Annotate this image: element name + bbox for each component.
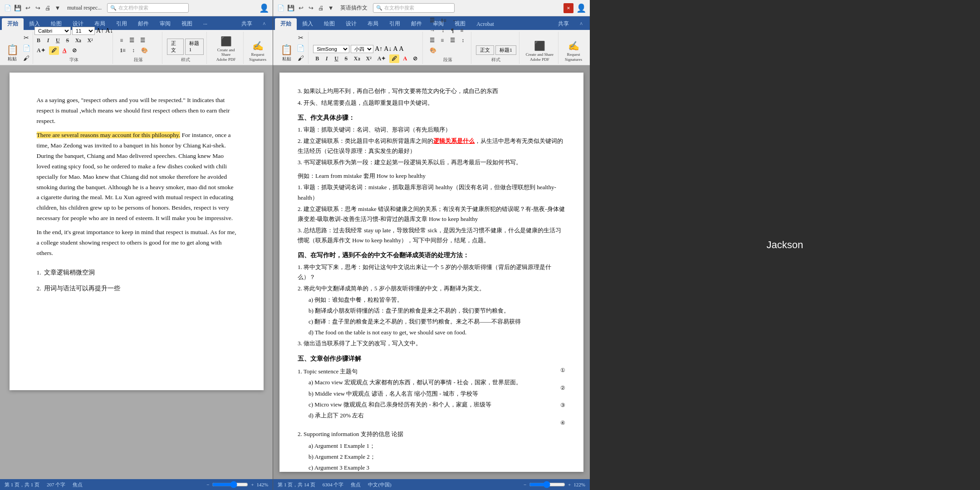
right-style-normal-btn[interactable]: 正文	[476, 45, 494, 55]
right-save-icon[interactable]: 💾	[287, 4, 295, 12]
left-clear-format-btn[interactable]: ⊘	[70, 46, 79, 55]
left-request-sig-btn[interactable]: ✍ RequestSignatures	[247, 39, 268, 63]
right-copy-btn[interactable]: 📄	[296, 44, 305, 53]
print-icon[interactable]: 🖨	[44, 4, 52, 12]
left-tab-share[interactable]: 共享	[236, 18, 258, 30]
left-zoom-slider[interactable]	[212, 481, 248, 488]
right-underline-btn[interactable]: U	[332, 54, 341, 63]
right-user-icon[interactable]: 👤	[576, 3, 586, 13]
right-file-icon[interactable]: 📄	[277, 4, 285, 12]
left-copy-btn[interactable]: 📄	[22, 44, 31, 53]
right-tab-layout[interactable]: 布局	[362, 18, 384, 30]
save-icon[interactable]: 💾	[14, 4, 22, 12]
redo-icon[interactable]: ↪	[34, 4, 42, 12]
right-align-center-btn[interactable]: ☰	[427, 36, 437, 45]
left-tab-mail[interactable]: 邮件	[132, 18, 154, 30]
left-font-color-btn[interactable]: A	[60, 46, 69, 55]
left-shrink-font-btn[interactable]: A↓	[105, 27, 113, 34]
right-tab-design[interactable]: 设计	[340, 18, 362, 30]
right-font-name-select[interactable]: SimSong	[313, 45, 349, 53]
right-indent-btn[interactable]: →	[427, 26, 437, 35]
left-bullets-btn[interactable]: ☰	[138, 36, 147, 45]
left-highlight-btn[interactable]: 🖊	[49, 46, 59, 55]
right-justify-btn[interactable]: ☰	[448, 36, 457, 45]
file-icon[interactable]: 📄	[4, 4, 12, 12]
right-strikethrough-btn[interactable]: S	[342, 54, 350, 63]
left-tab-home[interactable]: 开始	[2, 18, 24, 30]
right-shrink-font-btn[interactable]: A↓	[384, 45, 392, 53]
right-format-paint-btn[interactable]: 🖌	[296, 54, 305, 63]
left-font-size-select[interactable]: 11	[72, 27, 95, 35]
left-subscript-btn[interactable]: X₂	[73, 36, 84, 45]
left-cut-btn[interactable]: ✂	[22, 33, 31, 43]
right-tab-acrobat[interactable]: Acrobat	[471, 19, 500, 30]
left-tab-more[interactable]: ···	[198, 19, 213, 30]
right-line-spacing-btn[interactable]: ↕	[459, 36, 467, 45]
left-shading-btn[interactable]: 🎨	[139, 46, 150, 55]
left-font-name-select[interactable]: Calibri	[34, 27, 71, 35]
right-tab-insert[interactable]: 插入	[297, 18, 318, 30]
right-font-color-btn[interactable]: A	[401, 54, 409, 63]
right-zoom-slider[interactable]	[529, 481, 565, 488]
right-redo-icon[interactable]: ↪	[307, 4, 315, 12]
left-create-share-btn[interactable]: ⬛ Create and ShareAdobe PDF	[211, 35, 240, 63]
undo-icon[interactable]: ↩	[24, 4, 32, 12]
left-tab-review[interactable]: 审阅	[154, 18, 176, 30]
left-underline-btn[interactable]: U	[54, 36, 62, 45]
right-tab-ref[interactable]: 引用	[384, 18, 406, 30]
right-sort-btn[interactable]: ↕	[439, 26, 447, 35]
right-subscript-btn[interactable]: X₂	[352, 54, 363, 63]
left-doc-area[interactable]: As a saying goes, "respect others and yo…	[0, 65, 273, 479]
right-tab-share[interactable]: 共享	[553, 18, 574, 30]
right-zoom-out-btn[interactable]: −	[524, 482, 526, 487]
right-numbering-btn[interactable]: 1≡	[438, 16, 449, 25]
right-bullets-btn[interactable]: ☰	[427, 16, 437, 25]
more-icon[interactable]: ▼	[54, 4, 62, 12]
left-align-left-btn[interactable]: ≡	[118, 36, 126, 45]
left-superscript-btn[interactable]: X²	[85, 36, 95, 45]
right-zoom-in-btn[interactable]: +	[568, 482, 571, 487]
left-bold-btn[interactable]: B	[34, 36, 43, 45]
right-cut-btn[interactable]: ✂	[296, 33, 305, 43]
right-style-h1-btn[interactable]: 标题1	[495, 45, 516, 55]
left-numbering-btn[interactable]: 1≡	[118, 46, 128, 55]
right-char3-btn[interactable]: ⊘	[411, 54, 420, 63]
left-tab-view[interactable]: 视图	[176, 18, 198, 30]
right-char2-btn[interactable]: A	[399, 45, 404, 53]
right-undo-icon[interactable]: ↩	[297, 4, 305, 12]
left-paste-btn[interactable]: 📋 粘贴	[5, 44, 20, 63]
right-create-share-btn[interactable]: ⬛ Create and ShareAdobe PDF	[524, 39, 555, 63]
left-grow-font-btn[interactable]: A↑	[96, 27, 104, 34]
left-format-paint-btn[interactable]: 🖌	[22, 54, 31, 63]
left-strikethrough-btn[interactable]: S	[64, 36, 72, 45]
right-grow-font-btn[interactable]: A↑	[375, 45, 382, 53]
right-superscript-btn[interactable]: X²	[364, 54, 374, 63]
right-text-effect-btn[interactable]: A✦	[375, 54, 388, 63]
right-font-size-select[interactable]: 小四	[351, 45, 373, 53]
right-bold-btn[interactable]: B	[313, 54, 321, 63]
right-align-right-btn[interactable]: ≡	[438, 36, 446, 45]
right-highlight-btn[interactable]: 🖊	[389, 54, 399, 63]
right-print-icon[interactable]: 🖨	[317, 4, 325, 12]
right-close-btn[interactable]: ×	[564, 3, 573, 13]
left-italic-btn[interactable]: I	[44, 36, 52, 45]
right-more-icon[interactable]: ▼	[327, 4, 335, 12]
right-char-btn[interactable]: A	[393, 45, 397, 53]
right-tab-collapse[interactable]: ^	[574, 19, 588, 30]
right-request-sig-btn[interactable]: ✍ RequestSignatures	[563, 39, 584, 63]
left-user-icon[interactable]: 👤	[259, 3, 269, 13]
right-outdent-btn[interactable]: ←	[450, 16, 460, 25]
left-line-spacing-btn[interactable]: ↕	[129, 46, 137, 55]
right-italic-btn[interactable]: I	[323, 54, 331, 63]
right-tab-draw[interactable]: 绘图	[318, 18, 340, 30]
left-search-box[interactable]: 🔍 在文档中搜索	[107, 3, 189, 13]
left-zoom-out-btn[interactable]: −	[206, 482, 209, 487]
right-align-left-btn[interactable]: ≡	[458, 26, 466, 35]
right-search-box[interactable]: 🔍 在文档中搜索	[373, 3, 455, 13]
left-style-h1-btn[interactable]: 标题1	[185, 39, 204, 55]
right-tab-mail[interactable]: 邮件	[406, 18, 427, 30]
right-shading-btn[interactable]: 🎨	[427, 46, 439, 55]
right-tab-home[interactable]: 开始	[275, 18, 297, 30]
left-text-effect-btn[interactable]: A✦	[34, 46, 48, 55]
left-align-center-btn[interactable]: ☰	[127, 36, 137, 45]
